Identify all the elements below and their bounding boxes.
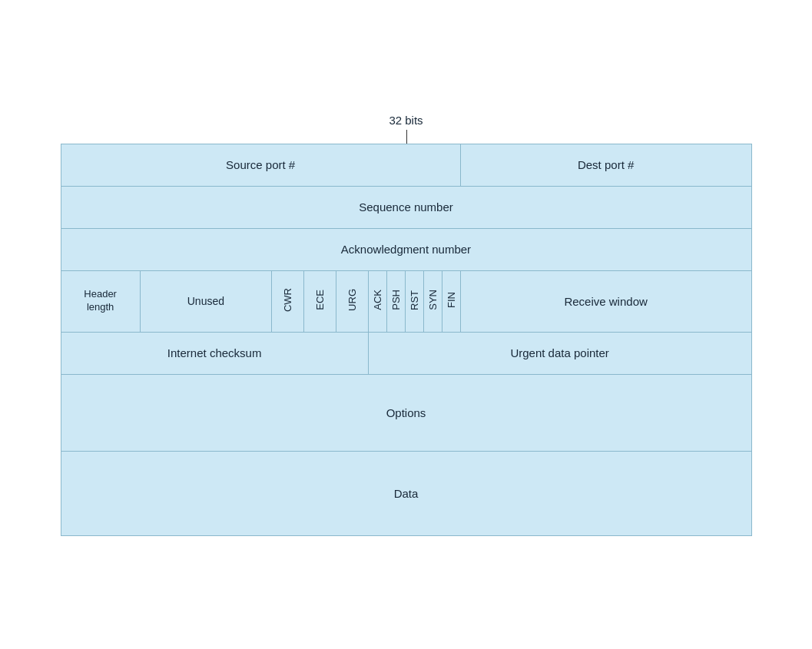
- table-row-checksum: Internet checksum Urgent data pointer: [61, 332, 751, 374]
- cwr-flag-label: CWR: [282, 288, 293, 312]
- ack-flag-cell: ACK: [368, 270, 386, 332]
- psh-flag-cell: PSH: [386, 270, 405, 332]
- psh-flag-label: PSH: [390, 290, 402, 310]
- header-length-text: Headerlength: [84, 288, 117, 313]
- syn-flag-cell: SYN: [423, 270, 442, 332]
- source-port-cell: Source port #: [61, 144, 460, 186]
- dest-port-cell: Dest port #: [460, 144, 751, 186]
- tcp-header-table: Source port # Dest port # Sequence numbe…: [61, 144, 752, 536]
- bits-label: 32 bits: [389, 114, 423, 127]
- fin-flag-label: FIN: [446, 292, 457, 308]
- table-row-flags: Headerlength Unused CWR ECE URG ACK PSH …: [61, 270, 751, 332]
- header-length-cell: Headerlength: [61, 270, 140, 332]
- rst-flag-label: RST: [409, 290, 420, 310]
- table-row-sequence: Sequence number: [61, 186, 751, 228]
- receive-window-cell: Receive window: [460, 270, 751, 332]
- options-cell: Options: [61, 374, 751, 451]
- acknowledgment-cell: Acknowledgment number: [61, 228, 751, 270]
- table-row-ports: Source port # Dest port #: [61, 144, 751, 186]
- table-row-options: Options: [61, 374, 751, 451]
- syn-flag-label: SYN: [427, 290, 439, 310]
- table-row-acknowledgment: Acknowledgment number: [61, 228, 751, 270]
- table-row-data: Data: [61, 451, 751, 535]
- cwr-flag-cell: CWR: [272, 270, 304, 332]
- ack-flag-label: ACK: [372, 290, 383, 310]
- tcp-header-diagram: 32 bits Source port # Dest port # Sequen…: [61, 98, 752, 551]
- urg-flag-label: URG: [346, 289, 358, 311]
- fin-flag-cell: FIN: [442, 270, 460, 332]
- urg-flag-cell: URG: [336, 270, 368, 332]
- sequence-cell: Sequence number: [61, 186, 751, 228]
- data-cell: Data: [61, 451, 751, 535]
- urgent-pointer-cell: Urgent data pointer: [368, 332, 751, 374]
- ece-flag-cell: ECE: [303, 270, 336, 332]
- rst-flag-cell: RST: [405, 270, 423, 332]
- unused-cell: Unused: [140, 270, 271, 332]
- tick-line: [61, 130, 752, 144]
- checksum-cell: Internet checksum: [61, 332, 368, 374]
- ece-flag-label: ECE: [314, 290, 326, 310]
